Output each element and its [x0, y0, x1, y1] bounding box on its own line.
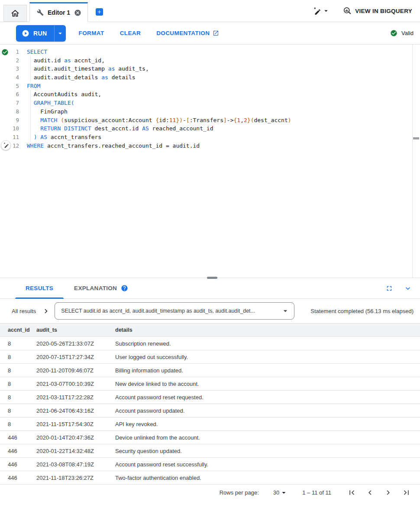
- tab-editor-1[interactable]: Editor 1: [29, 2, 88, 22]
- table-cell: 446: [0, 471, 36, 485]
- table-cell: Security question updated.: [115, 444, 420, 458]
- code-line[interactable]: 12WHERE accnt_transfers.reached_account_…: [0, 142, 420, 150]
- table-cell: 446: [0, 444, 36, 458]
- table-row[interactable]: 4462021-11-18T23:26:27ZTwo-factor authen…: [0, 471, 420, 485]
- format-button[interactable]: FORMAT: [74, 26, 109, 40]
- column-header-details[interactable]: details: [115, 323, 420, 337]
- table-cell: 8: [0, 364, 36, 377]
- first-page-button[interactable]: [347, 488, 356, 497]
- documentation-label: DOCUMENTATION: [156, 30, 210, 36]
- run-button[interactable]: RUN: [16, 25, 54, 42]
- table-row[interactable]: 4462020-01-22T14:32:48ZSecurity question…: [0, 444, 420, 458]
- code-line[interactable]: 1SELECT: [0, 48, 420, 56]
- code-line[interactable]: 10 RETURN DISTINCT dest_accnt.id AS reac…: [0, 124, 420, 133]
- column-header-audit-ts[interactable]: audit_ts: [36, 323, 115, 337]
- run-label: RUN: [33, 30, 47, 37]
- table-cell: 2021-11-15T17:54:30Z: [36, 417, 115, 431]
- table-row[interactable]: 82021-03-11T17:22:28ZAccount password re…: [0, 391, 420, 404]
- statement-select[interactable]: SELECT audit.id as accnt_id, audit.audit…: [55, 302, 294, 320]
- explanation-tab-label: EXPLANATION: [74, 285, 117, 291]
- close-tab-icon[interactable]: [74, 9, 81, 16]
- code-line[interactable]: 5FROM: [0, 82, 420, 91]
- fullscreen-icon: [385, 285, 393, 292]
- code-line[interactable]: 2 audit.id as accnt_id,: [0, 56, 420, 65]
- gemini-assist-button[interactable]: [1, 140, 11, 150]
- documentation-link[interactable]: DOCUMENTATION: [152, 26, 223, 40]
- sql-editor[interactable]: 1SELECT2 audit.id as accnt_id,3 audit.au…: [0, 45, 420, 278]
- code-text: audit.id as accnt_id,: [19, 56, 105, 65]
- add-tab-button[interactable]: [96, 8, 103, 16]
- table-row[interactable]: 82021-03-07T00:10:39ZNew device linked t…: [0, 377, 420, 391]
- code-text: ) AS accnt_transfers: [19, 133, 101, 142]
- line-number: 9: [0, 116, 19, 125]
- table-cell: 2020-05-26T21:33:07Z: [36, 337, 115, 350]
- editor-scrollbar-thumb[interactable]: [413, 137, 419, 139]
- code-line[interactable]: 9 MATCH (suspicious_account:Account {id:…: [0, 116, 420, 125]
- code-line[interactable]: 11 ) AS accnt_transfers: [0, 133, 420, 142]
- table-row[interactable]: 82021-06-24T06:43:16ZAccount password up…: [0, 404, 420, 417]
- table-cell: 8: [0, 417, 36, 431]
- magic-pencil-sparkle-icon: [3, 142, 9, 149]
- line-number: 2: [0, 56, 19, 65]
- chevron-right-icon[interactable]: [42, 307, 50, 315]
- collapse-panel-button[interactable]: [404, 284, 412, 293]
- run-options-button[interactable]: [54, 25, 66, 42]
- tab-results[interactable]: RESULTS: [15, 278, 64, 298]
- table-cell: 2021-11-18T23:26:27Z: [36, 471, 115, 485]
- first-page-icon: [347, 488, 356, 497]
- page-range-label: 1 – 11 of 11: [302, 489, 331, 496]
- next-page-button[interactable]: [384, 488, 393, 497]
- check-circle-icon: [390, 29, 397, 37]
- code-line[interactable]: 6 AccountAudits audit,: [0, 90, 420, 99]
- code-text: audit.audit_details as details: [19, 73, 135, 82]
- table-row[interactable]: 82020-11-20T09:46:07ZBilling information…: [0, 364, 420, 377]
- statement-select-value: SELECT audit.id as accnt_id, audit.audit…: [61, 308, 281, 314]
- table-cell: 2021-06-24T06:43:16Z: [36, 404, 115, 417]
- table-cell: 2020-01-22T14:32:48Z: [36, 444, 115, 458]
- chevron-down-icon: [404, 284, 412, 293]
- dropdown-caret-icon: [56, 29, 64, 37]
- code-text: WHERE accnt_transfers.reached_account_id…: [19, 142, 200, 150]
- help-circle-icon[interactable]: [121, 285, 128, 292]
- table-row[interactable]: 82021-11-15T17:54:30ZAPI key revoked.: [0, 417, 420, 431]
- table-cell: 8: [0, 404, 36, 417]
- rows-per-page-select[interactable]: 30: [273, 488, 288, 497]
- results-toolbar: All results SELECT audit.id as accnt_id,…: [0, 299, 420, 323]
- table-row[interactable]: 4462021-03-08T08:47:19ZAccount password …: [0, 458, 420, 471]
- clear-button[interactable]: CLEAR: [116, 26, 145, 40]
- table-row[interactable]: 82020-07-15T17:27:34ZUser logged out suc…: [0, 350, 420, 364]
- clear-label: CLEAR: [120, 30, 141, 36]
- view-in-bigquery-label: VIEW IN BIGQUERY: [355, 8, 412, 14]
- code-lines: 1SELECT2 audit.id as accnt_id,3 audit.au…: [0, 45, 420, 150]
- table-cell: 2020-01-14T20:47:36Z: [36, 431, 115, 444]
- line-number: 4: [0, 73, 19, 82]
- editor-scrollbar-track: [412, 45, 413, 278]
- last-page-button[interactable]: [402, 488, 411, 497]
- line-number: 8: [0, 107, 19, 116]
- tab-explanation[interactable]: EXPLANATION: [64, 278, 139, 298]
- previous-page-button[interactable]: [365, 488, 375, 497]
- chevron-right-icon: [384, 488, 393, 497]
- table-row[interactable]: 4462020-01-14T20:47:36ZDevice unlinked f…: [0, 431, 420, 444]
- code-text: MATCH (suspicious_account:Account {id:11…: [19, 116, 291, 125]
- query-assist-menu-button[interactable]: [312, 6, 330, 16]
- table-cell: Two-factor authentication enabled.: [115, 471, 420, 485]
- statement-status: Statement completed (56.13 ms elapsed): [310, 308, 414, 314]
- query-toolbar: RUN FORMAT CLEAR DOCUMENTATION Valid: [0, 22, 420, 45]
- table-cell: 2021-03-11T17:22:28Z: [36, 391, 115, 404]
- panel-resize-handle[interactable]: [207, 277, 217, 279]
- code-line[interactable]: 4 audit.audit_details as details: [0, 73, 420, 82]
- table-cell: New device linked to the account.: [115, 377, 420, 391]
- code-line[interactable]: 3 audit.audit_timestamp as audit_ts,: [0, 65, 420, 73]
- code-line[interactable]: 7 GRAPH_TABLE(: [0, 99, 420, 107]
- code-text: AccountAudits audit,: [19, 90, 101, 99]
- fullscreen-button[interactable]: [385, 285, 393, 292]
- column-header-accnt-id[interactable]: accnt_id: [0, 323, 36, 337]
- home-tab[interactable]: [3, 5, 27, 22]
- home-icon: [10, 9, 20, 18]
- table-cell: 2021-03-08T08:47:19Z: [36, 458, 115, 471]
- table-row[interactable]: 82020-05-26T21:33:07ZSubscription renewe…: [0, 337, 420, 350]
- line-number: 3: [0, 65, 19, 73]
- view-in-bigquery-button[interactable]: VIEW IN BIGQUERY: [343, 6, 412, 15]
- code-line[interactable]: 8 FinGraph: [0, 107, 420, 116]
